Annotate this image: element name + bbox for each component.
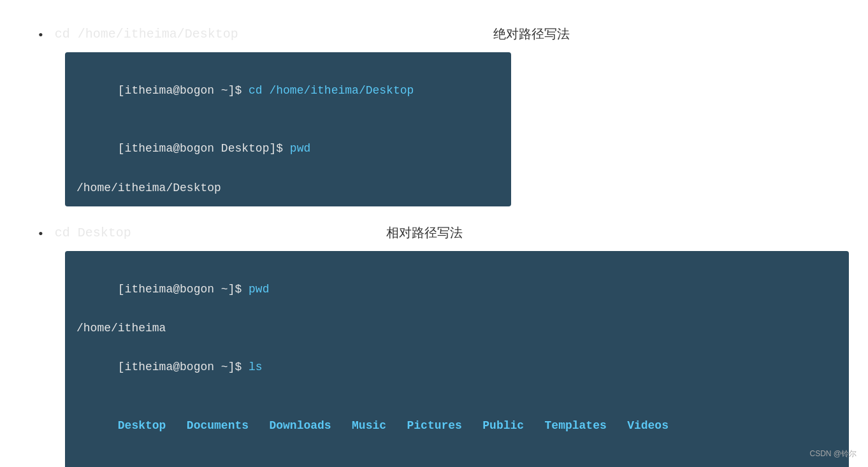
term2-line3: [itheima@bogon ~]$ ls [76, 338, 837, 397]
bullet-1: • [38, 27, 43, 43]
label-1: 绝对路径写法 [493, 25, 570, 43]
section1: • cd /home/itheima/Desktop 绝对路径写法 [ithei… [38, 25, 830, 206]
label-2: 相对路径写法 [386, 224, 463, 241]
term1-line1: [itheima@bogon ~]$ cd /home/itheima/Desk… [76, 61, 500, 120]
bullet-2: • [38, 226, 43, 242]
bullet-item-1: • cd /home/itheima/Desktop 绝对路径写法 [38, 25, 830, 43]
watermark: CSDN @铃尔 [809, 449, 857, 459]
bullet-text-1: cd /home/itheima/Desktop 绝对路径写法 [55, 25, 570, 43]
terminal-block-2: [itheima@bogon ~]$ pwd /home/itheima [it… [65, 251, 849, 467]
term2-line4-ls: Desktop Documents Downloads Music Pictur… [76, 396, 837, 455]
cmd-2: cd Desktop [55, 226, 131, 240]
term1-line3: /home/itheima/Desktop [76, 178, 500, 198]
term2-line1: [itheima@bogon ~]$ pwd [76, 260, 837, 319]
term2-line2: /home/itheima [76, 319, 837, 338]
terminal-block-1: [itheima@bogon ~]$ cd /home/itheima/Desk… [65, 52, 511, 206]
term1-line2: [itheima@bogon Desktop]$ pwd [76, 120, 500, 178]
cmd-1: cd /home/itheima/Desktop [55, 27, 238, 41]
bullet-text-2: cd Desktop 相对路径写法 [55, 224, 463, 241]
bullet-item-2: • cd Desktop 相对路径写法 [38, 224, 830, 242]
term2-line5: [itheima@bogon ~]$ cd Desktop [76, 455, 837, 467]
section2: • cd Desktop 相对路径写法 [itheima@bogon ~]$ p… [38, 224, 830, 467]
